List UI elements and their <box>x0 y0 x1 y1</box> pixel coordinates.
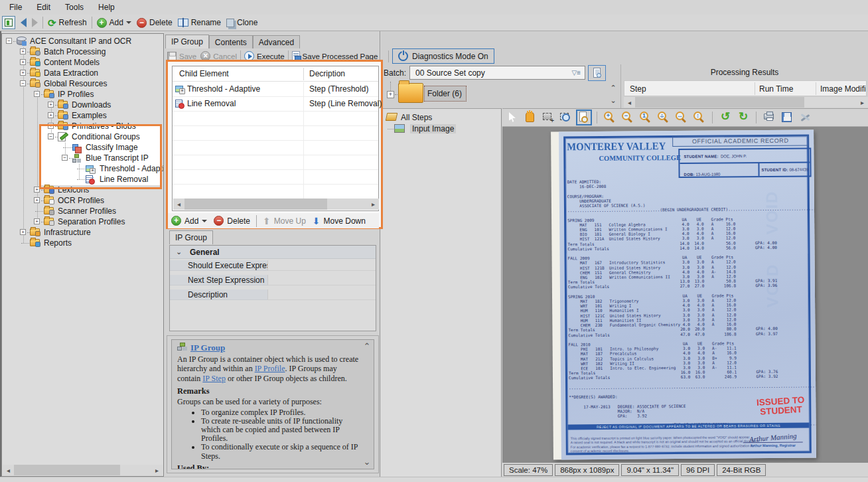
col-step[interactable]: Step <box>630 84 646 94</box>
move-up-button[interactable]: ⬆Move Up <box>259 214 309 228</box>
col-decription[interactable]: Decription <box>309 69 345 78</box>
collapse-icon[interactable]: − <box>20 80 26 86</box>
child-row-empty <box>173 126 378 141</box>
tab-ip-group[interactable]: IP Group <box>165 35 209 48</box>
select-region-icon[interactable] <box>541 110 555 125</box>
col-run-time[interactable]: Run Time <box>759 84 793 94</box>
add-button[interactable]: +Add <box>94 15 134 30</box>
child-list-hscrollbar[interactable]: ◂ ▸ <box>173 199 379 210</box>
processing-results-hscrollbar[interactable]: ◂ ▸ <box>624 97 868 108</box>
help-vscrollbar[interactable]: ⌃ ⌄ <box>362 341 372 467</box>
back-button[interactable] <box>18 15 29 30</box>
child-row-threshold-adaptive[interactable]: Threshold - AdaptiveStep (Threshold) <box>173 82 378 97</box>
folder-node[interactable]: Folder (6) <box>424 86 467 102</box>
all-steps-node[interactable]: All Steps <box>386 112 499 123</box>
col-child-element[interactable]: Child Element <box>179 69 229 78</box>
property-row-next-step-expression[interactable]: Next Step Expression <box>170 275 376 285</box>
child-list-hscroll-left[interactable]: ◂ <box>173 199 184 210</box>
zoom-page-icon[interactable] <box>577 110 591 125</box>
tree-item-label: Examples <box>72 111 107 120</box>
print-icon[interactable] <box>762 110 776 125</box>
menu-help[interactable]: Help <box>91 1 122 14</box>
zoom-in-icon[interactable]: + <box>603 110 617 125</box>
list-add-button[interactable]: +Add <box>168 214 210 228</box>
delete-button[interactable]: −Delete <box>134 15 175 30</box>
help-title-link[interactable]: IP Group <box>190 343 225 353</box>
zoom-fit-height-icon[interactable]: ↕ <box>692 110 707 125</box>
folder-infra-icon <box>30 228 40 237</box>
help-scroll-up[interactable]: ⌃ <box>362 341 372 352</box>
window-bottom-strip <box>0 477 868 482</box>
child-row-line-removal[interactable]: Line RemovalStep (Line Removal) <box>173 97 378 112</box>
folder-scroll-up[interactable]: ⌃ <box>607 82 619 94</box>
property-row-should-execute-express[interactable]: Should Execute Express <box>170 260 376 271</box>
child-element-list[interactable]: Child Element Decription Threshold - Ada… <box>172 66 379 211</box>
tree-hscroll-right[interactable]: ▸ <box>151 465 163 475</box>
folder-gear-icon <box>30 47 40 56</box>
col-image-modified[interactable]: Image Modifie <box>820 84 867 94</box>
rotate-left-icon[interactable]: ↺ <box>718 110 733 125</box>
rotate-right-icon[interactable]: ↻ <box>736 110 751 125</box>
child-list-toolbar: +Add −Delete ⬆Move Up ⬇Move Down <box>168 213 379 228</box>
property-section-general[interactable]: ⌄General <box>170 246 376 259</box>
ip-step-link[interactable]: IP Step <box>202 374 226 383</box>
refresh-button[interactable]: ⟳Refresh <box>45 15 90 30</box>
help-scroll-down[interactable]: ⌄ <box>362 457 372 467</box>
expand-icon[interactable]: + <box>48 112 54 118</box>
expand-icon[interactable]: + <box>34 197 40 203</box>
pr-hscroll-right[interactable]: ▸ <box>857 97 868 108</box>
pr-hscroll-left[interactable]: ◂ <box>624 97 635 108</box>
folder-scrollbar[interactable]: ⌃ ⌄ <box>607 82 619 108</box>
ip-group-help-icon <box>177 343 186 351</box>
toggle-tree-button[interactable] <box>2 16 15 29</box>
tree-hscrollbar[interactable]: ◂ ▸ <box>3 465 163 475</box>
tools-icon[interactable] <box>798 110 812 125</box>
expand-icon[interactable]: + <box>20 59 26 65</box>
zoom-out-icon[interactable]: − <box>620 110 635 125</box>
tab-contents[interactable]: Contents <box>209 35 253 48</box>
zoom-region-icon[interactable] <box>559 110 573 125</box>
menu-tools[interactable]: Tools <box>58 1 91 14</box>
diagnostics-mode-button[interactable]: Diagnostics Mode On <box>392 48 494 64</box>
page-preview-toggle-button[interactable] <box>588 65 606 81</box>
save-icon[interactable] <box>780 110 794 125</box>
child-list-hscroll-right[interactable]: ▸ <box>368 199 379 210</box>
tab-ip-group-properties[interactable]: IP Group <box>169 230 213 244</box>
property-row-description[interactable]: Description <box>170 289 376 300</box>
rename-button[interactable]: Rename <box>175 15 224 30</box>
forward-button[interactable] <box>29 15 40 30</box>
expand-icon[interactable]: + <box>48 102 54 108</box>
list-delete-icon: − <box>214 216 224 226</box>
collapse-icon[interactable]: − <box>34 91 40 97</box>
batch-combo[interactable]: 00 Source Set copy ▽≡ <box>409 66 585 80</box>
tree-item-label: Downloads <box>72 100 111 110</box>
collapse-icon[interactable]: − <box>6 38 12 44</box>
rename-icon <box>178 19 188 27</box>
batch-filter-icon[interactable]: ▽≡ <box>571 69 581 76</box>
clone-button[interactable]: Clone <box>224 15 260 30</box>
menu-file[interactable]: File <box>2 1 29 14</box>
folder-ocr-icon <box>44 196 54 205</box>
expand-icon[interactable]: + <box>34 218 40 224</box>
move-down-button[interactable]: ⬇Move Down <box>309 214 369 228</box>
expand-icon[interactable]: + <box>20 70 26 76</box>
folder-scan-icon <box>44 206 54 216</box>
list-delete-button[interactable]: −Delete <box>210 214 253 228</box>
menu-edit[interactable]: Edit <box>29 1 58 14</box>
zoom-fit-icon[interactable]: ↔↕ <box>656 110 671 125</box>
input-image-node[interactable]: Input Image <box>394 123 500 134</box>
zoom-fit-width-icon[interactable]: ↔ <box>674 110 689 125</box>
folder-scroll-down[interactable]: ⌄ <box>607 94 619 107</box>
expand-icon[interactable]: + <box>20 48 26 54</box>
pointer-icon[interactable] <box>505 110 520 125</box>
child-list-header[interactable]: Child Element Decription <box>173 66 378 82</box>
ip-profile-link[interactable]: IP Profile <box>255 364 285 373</box>
zoom-actual-icon[interactable]: 1 <box>638 110 653 125</box>
folder-icon[interactable] <box>398 83 423 103</box>
tab-advanced[interactable]: Advanced <box>253 35 300 48</box>
expand-icon[interactable]: + <box>20 229 26 235</box>
folder-expander[interactable]: + <box>387 91 394 98</box>
help-used-by-heading: Used By: <box>177 463 361 469</box>
hand-icon[interactable] <box>523 110 538 125</box>
tree-hscroll-left[interactable]: ◂ <box>3 465 14 475</box>
